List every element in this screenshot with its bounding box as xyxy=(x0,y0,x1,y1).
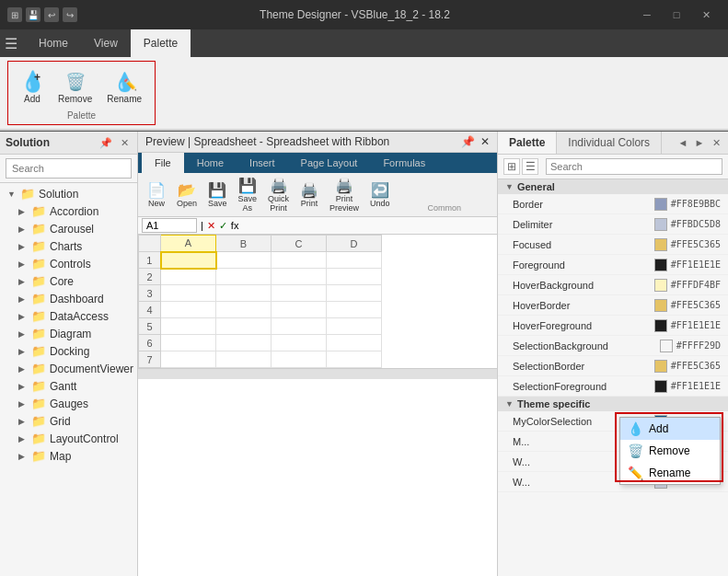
tree-item-docking[interactable]: ▶ 📁 Docking xyxy=(0,342,137,360)
tree-item-diagram[interactable]: ▶ 📁 Diagram xyxy=(0,325,137,342)
prev-button[interactable]: ◄ xyxy=(675,134,691,151)
maximize-button[interactable]: □ xyxy=(662,0,691,29)
tree-item-map[interactable]: ▶ 📁 Map xyxy=(0,447,137,465)
ss-tab-insert[interactable]: Insert xyxy=(237,153,288,173)
tree-item-documentviewer[interactable]: ▶ 📁 DocumentViewer xyxy=(0,360,137,377)
hamburger-icon[interactable]: ☰ xyxy=(4,36,18,51)
ss-cell-a4[interactable] xyxy=(161,302,216,318)
tree-item-core[interactable]: ▶ 📁 Core xyxy=(0,272,137,290)
hoverforeground-color-box[interactable] xyxy=(654,319,667,332)
context-menu-remove[interactable]: 🗑️ Remove xyxy=(620,440,720,462)
tree-item-gantt[interactable]: ▶ 📁 Gantt xyxy=(0,377,137,395)
themespecific-section-header[interactable]: ▼ Theme specific xyxy=(498,397,728,411)
ss-cell-d3[interactable] xyxy=(327,285,382,302)
close-button[interactable]: ✕ xyxy=(691,0,721,29)
next-button[interactable]: ► xyxy=(691,134,708,151)
ss-new-button[interactable]: 📄 New xyxy=(144,179,169,210)
ss-cell-ref-input[interactable] xyxy=(142,218,197,233)
ss-cell-c4[interactable] xyxy=(272,302,327,318)
tab-individual-colors[interactable]: Individual Colors xyxy=(557,132,662,154)
ss-save-button[interactable]: 💾 Save xyxy=(204,179,231,210)
preview-close-button[interactable]: ✕ xyxy=(480,135,490,148)
solution-search-input[interactable] xyxy=(6,158,132,179)
ss-cell-a2[interactable] xyxy=(161,269,216,285)
context-menu-rename[interactable]: ✏️ Rename xyxy=(620,462,720,484)
ss-cell-a6[interactable] xyxy=(161,335,216,351)
palette-row-selectionborder[interactable]: SelectionBorder #FFE5C365 xyxy=(498,356,728,376)
tree-item-accordion[interactable]: ▶ 📁 Accordion xyxy=(0,202,137,220)
delimiter-color-box[interactable] xyxy=(654,218,667,231)
selectionbg-color-box[interactable] xyxy=(660,340,673,352)
ss-tab-formulas[interactable]: Formulas xyxy=(370,153,438,173)
tree-item-charts[interactable]: ▶ 📁 Charts xyxy=(0,237,137,255)
ss-horizontal-scrollbar[interactable] xyxy=(138,368,497,379)
minimize-button[interactable]: ─ xyxy=(632,0,662,29)
add-button[interactable]: 💧+ Add xyxy=(16,67,49,108)
close-panel-button[interactable]: ✕ xyxy=(117,135,132,150)
tree-item-dataaccess[interactable]: ▶ 📁 DataAccess xyxy=(0,307,137,325)
ss-open-button[interactable]: 📂 Open xyxy=(173,179,201,210)
palette-row-selectionforeground[interactable]: SelectionForeground #FF1E1E1E xyxy=(498,376,728,397)
remove-button[interactable]: 🗑️ Remove xyxy=(52,67,98,108)
ss-cell-c1[interactable] xyxy=(272,252,327,269)
ss-cell-b6[interactable] xyxy=(216,335,272,351)
tree-item-dashboard[interactable]: ▶ 📁 Dashboard xyxy=(0,290,137,307)
ss-cancel-icon[interactable]: ✕ xyxy=(207,220,215,232)
ss-cell-c6[interactable] xyxy=(272,335,327,351)
general-section-header[interactable]: ▼ General xyxy=(498,179,728,194)
palette-search-input[interactable] xyxy=(546,158,722,175)
palette-row-hoverforeground[interactable]: HoverForeground #FF1E1E1E xyxy=(498,316,728,336)
ss-col-header-a[interactable]: A xyxy=(161,236,216,252)
ss-tab-home[interactable]: Home xyxy=(184,153,237,173)
redo-icon[interactable]: ↪ xyxy=(63,7,77,22)
ss-cell-d2[interactable] xyxy=(327,269,382,285)
tree-item-grid[interactable]: ▶ 📁 Grid xyxy=(0,412,137,430)
ss-cell-b7[interactable] xyxy=(216,351,272,368)
palette-row-hoverbackground[interactable]: HoverBackground #FFFDF4BF xyxy=(498,275,728,295)
grid-view-button[interactable]: ⊞ xyxy=(503,158,520,175)
palette-row-delimiter[interactable]: Delimiter #FFBDC5D8 xyxy=(498,214,728,235)
undo-icon[interactable]: ↩ xyxy=(44,7,59,22)
ss-cell-b4[interactable] xyxy=(216,302,272,318)
tree-item-layoutcontrol[interactable]: ▶ 📁 LayoutControl xyxy=(0,430,137,447)
ss-cell-b2[interactable] xyxy=(216,269,272,285)
border-color-box[interactable] xyxy=(654,198,667,211)
ss-cell-b3[interactable] xyxy=(216,285,272,302)
list-view-button[interactable]: ☰ xyxy=(522,158,538,175)
rename-button[interactable]: 💧✏️ Rename xyxy=(101,67,147,108)
tab-palette[interactable]: Palette xyxy=(131,29,191,57)
ss-cell-c5[interactable] xyxy=(272,318,327,335)
ss-cell-a1[interactable] xyxy=(161,252,216,269)
selectionborder-color-box[interactable] xyxy=(654,360,667,373)
ss-col-header-b[interactable]: B xyxy=(216,236,272,252)
ss-cell-d7[interactable] xyxy=(327,351,382,368)
ss-col-header-d[interactable]: D xyxy=(327,236,382,252)
ss-cell-d5[interactable] xyxy=(327,318,382,335)
focused-color-box[interactable] xyxy=(654,238,667,251)
ss-cell-b1[interactable] xyxy=(216,252,272,269)
ss-undo-button[interactable]: ↩️ Undo xyxy=(366,179,394,210)
tab-palette[interactable]: Palette xyxy=(498,132,557,154)
ss-saveas-button[interactable]: 💾 SaveAs xyxy=(235,175,261,214)
ss-col-header-c[interactable]: C xyxy=(272,236,327,252)
ss-confirm-icon[interactable]: ✓ xyxy=(219,220,227,232)
close-palette-button[interactable]: ✕ xyxy=(708,134,724,151)
ss-cell-d1[interactable] xyxy=(327,252,382,269)
ss-quickprint-button[interactable]: 🖨️ QuickPrint xyxy=(264,175,293,214)
ss-cell-c2[interactable] xyxy=(272,269,327,285)
palette-row-focused[interactable]: Focused #FFE5C365 xyxy=(498,235,728,255)
selectionfg-color-box[interactable] xyxy=(654,380,667,393)
tree-item-carousel[interactable]: ▶ 📁 Carousel xyxy=(0,220,137,237)
foreground-color-box[interactable] xyxy=(654,259,667,271)
palette-row-selectionbackground[interactable]: SelectionBackground #FFFF29D xyxy=(498,336,728,356)
ss-function-icon[interactable]: fx xyxy=(231,220,239,231)
hoverborder-color-box[interactable] xyxy=(654,299,667,312)
ss-tab-file[interactable]: File xyxy=(142,153,184,173)
context-menu-add[interactable]: 💧 Add xyxy=(620,418,720,440)
tab-home[interactable]: Home xyxy=(26,29,81,57)
ss-cell-a3[interactable] xyxy=(161,285,216,302)
tree-item-solution[interactable]: ▼ 📁 Solution xyxy=(0,185,137,202)
ss-cell-a5[interactable] xyxy=(161,318,216,335)
palette-row-hoverborder[interactable]: HoverBorder #FFE5C365 xyxy=(498,295,728,316)
ss-cell-a7[interactable] xyxy=(161,351,216,368)
